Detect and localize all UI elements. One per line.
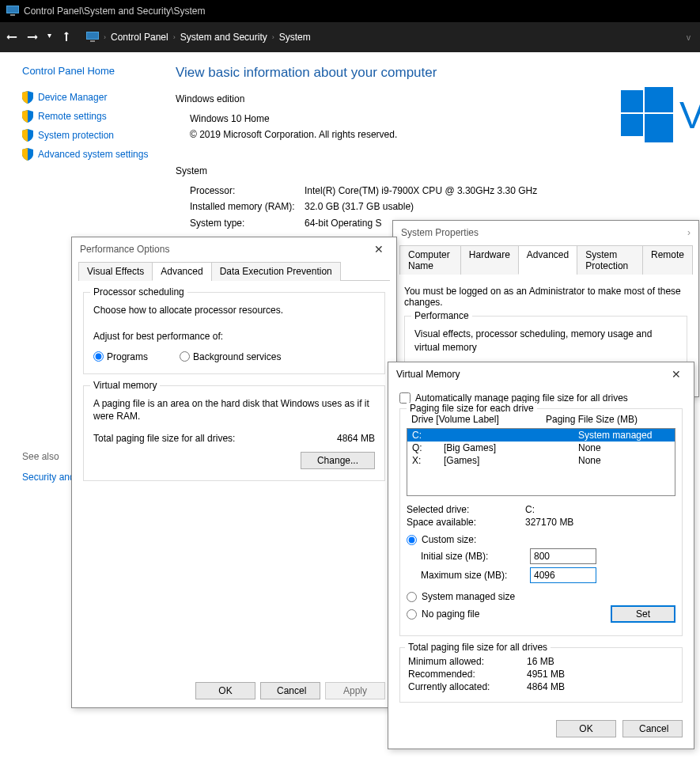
sidebar-item-advanced-system-settings[interactable]: Advanced system settings — [22, 148, 166, 161]
sidebar-item-system-protection[interactable]: System protection — [22, 129, 166, 142]
chevron-right-icon: › — [104, 33, 106, 41]
minimum-allowed-label: Minimum allowed: — [408, 656, 527, 667]
tab-hardware[interactable]: Hardware — [460, 245, 519, 275]
currently-allocated-value: 4864 MB — [527, 681, 565, 692]
size-header: Paging File Size (MB) — [546, 414, 638, 425]
total-paging-label: Total paging file size for all drives: — [93, 433, 337, 444]
see-also: See also Security and — [22, 451, 75, 483]
drive-row[interactable]: C: System managed — [407, 429, 675, 442]
dialog-title: Virtual Memory — [396, 369, 460, 380]
tab-advanced[interactable]: Advanced — [152, 262, 211, 281]
maximum-size-label: Maximum size (MB): — [421, 570, 525, 581]
tab-remote[interactable]: Remote — [642, 245, 693, 275]
drive-row[interactable]: X: [Games] None — [407, 454, 675, 467]
ok-button[interactable]: OK — [556, 720, 616, 737]
see-also-header: See also — [22, 451, 75, 462]
tabs: Visual Effects Advanced Data Execution P… — [78, 261, 390, 281]
drive-list[interactable]: C: System managed Q: [Big Games] None X:… — [407, 428, 675, 496]
adjust-label: Adjust for best performance of: — [93, 330, 375, 343]
checkbox-input[interactable] — [399, 392, 411, 404]
radio-input[interactable] — [407, 535, 417, 545]
breadcrumb-item[interactable]: System — [279, 32, 311, 43]
control-panel-home-link[interactable]: Control Panel Home — [22, 65, 166, 77]
radio-input[interactable] — [93, 351, 104, 362]
auto-manage-checkbox[interactable]: Automatically manage paging file size fo… — [399, 392, 683, 404]
minimum-allowed-value: 16 MB — [527, 656, 554, 667]
radio-custom-size[interactable]: Custom size: — [407, 534, 675, 545]
system-type-label: System type: — [190, 215, 305, 231]
tab-system-protection[interactable]: System Protection — [577, 245, 643, 275]
radio-input[interactable] — [407, 609, 417, 620]
svg-rect-5 — [90, 40, 95, 42]
total-paging-value: 4864 MB — [337, 433, 375, 444]
apply-button[interactable]: Apply — [325, 682, 385, 699]
currently-allocated-label: Currently allocated: — [408, 681, 527, 692]
sidebar-item-device-manager[interactable]: Device Manager — [22, 91, 166, 104]
processor-label: Processor: — [190, 183, 305, 199]
breadcrumb[interactable]: › Control Panel › System and Security › … — [104, 32, 311, 43]
performance-options-dialog: Performance Options ✕ Visual Effects Adv… — [71, 237, 397, 708]
close-icon[interactable]: ✕ — [369, 241, 388, 257]
breadcrumb-item[interactable]: System and Security — [180, 32, 267, 43]
virtual-memory-legend: Virtual memory — [90, 380, 160, 391]
sidebar: Control Panel Home Device Manager Remote… — [0, 52, 166, 231]
ram-value: 32.0 GB (31.7 GB usable) — [305, 199, 414, 214]
dialog-title: System Properties — [401, 227, 479, 238]
total-paging-legend: Total paging file size for all drives — [405, 642, 551, 653]
shield-icon — [22, 129, 33, 142]
change-button[interactable]: Change... — [301, 452, 375, 469]
proc-sched-desc: Choose how to allocate processor resourc… — [93, 304, 375, 317]
processor-value: Intel(R) Core(TM) i9-7900X CPU @ 3.30GHz… — [305, 183, 537, 199]
svg-text:V: V — [679, 94, 700, 136]
radio-input[interactable] — [180, 351, 190, 362]
sidebar-item-label: System protection — [38, 130, 114, 141]
drive-row[interactable]: Q: [Big Games] None — [407, 442, 675, 454]
svg-rect-6 — [621, 90, 643, 112]
up-arrow-icon[interactable]: 🠕 — [61, 31, 72, 44]
recommended-value: 4951 MB — [527, 669, 565, 680]
sidebar-item-remote-settings[interactable]: Remote settings — [22, 110, 166, 123]
breadcrumb-item[interactable]: Control Panel — [111, 32, 168, 43]
svg-rect-7 — [645, 87, 673, 112]
chevron-right-icon[interactable]: › — [687, 227, 691, 238]
space-available-value: 327170 MB — [525, 517, 573, 528]
ok-button[interactable]: OK — [195, 682, 255, 699]
tab-dep[interactable]: Data Execution Prevention — [211, 262, 341, 281]
drive-header: Drive [Volume Label] — [411, 414, 546, 425]
maximum-size-input[interactable] — [530, 567, 596, 583]
section-header: System — [176, 165, 700, 176]
radio-input[interactable] — [407, 592, 417, 602]
radio-programs[interactable]: Programs — [93, 351, 148, 362]
forward-arrow-icon[interactable]: 🠖 — [27, 31, 38, 44]
ram-label: Installed memory (RAM): — [190, 199, 305, 214]
shield-icon — [22, 148, 33, 161]
radio-no-paging[interactable]: No paging file — [407, 608, 606, 620]
tab-computer-name[interactable]: Computer Name — [399, 245, 461, 275]
initial-size-input[interactable] — [530, 548, 596, 564]
tabs: Computer Name Hardware Advanced System P… — [399, 244, 692, 275]
radio-background-services[interactable]: Background services — [180, 351, 281, 362]
tab-visual-effects[interactable]: Visual Effects — [78, 262, 153, 281]
performance-legend: Performance — [411, 310, 472, 321]
security-link[interactable]: Security and — [22, 472, 75, 483]
cancel-button[interactable]: Cancel — [622, 720, 683, 737]
selected-drive-value: C: — [525, 504, 535, 515]
monitor-icon — [6, 6, 19, 17]
paging-file-legend: Paging file size for each drive — [407, 403, 537, 414]
sidebar-item-label: Remote settings — [38, 111, 107, 122]
radio-system-managed[interactable]: System managed size — [407, 591, 675, 602]
tab-advanced[interactable]: Advanced — [518, 245, 577, 275]
chevron-right-icon: › — [272, 33, 274, 41]
chevron-down-icon[interactable]: v — [687, 33, 691, 42]
cancel-button[interactable]: Cancel — [260, 682, 320, 699]
page-title: View basic information about your comput… — [176, 65, 700, 81]
sidebar-item-label: Device Manager — [38, 92, 107, 103]
dropdown-chevron-icon[interactable]: ▾ — [47, 31, 51, 44]
svg-rect-9 — [645, 114, 673, 142]
window-titlebar: Control Panel\System and Security\System — [0, 0, 700, 22]
set-button[interactable]: Set — [611, 605, 675, 623]
admin-note: You must be logged on as an Administrato… — [404, 286, 687, 308]
dialog-title: Performance Options — [80, 244, 169, 255]
back-arrow-icon[interactable]: 🠔 — [6, 31, 17, 44]
close-icon[interactable]: ✕ — [667, 366, 686, 382]
